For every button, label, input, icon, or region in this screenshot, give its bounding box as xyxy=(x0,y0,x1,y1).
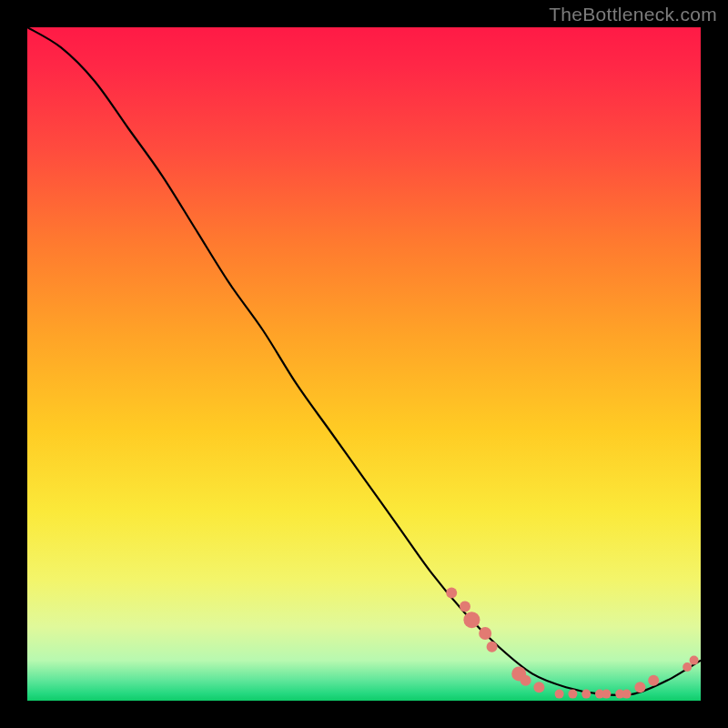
watermark-text: TheBottleneck.com xyxy=(549,4,717,25)
marker-point xyxy=(622,690,632,699)
marker-point xyxy=(568,690,577,699)
marker-point xyxy=(463,612,480,628)
marker-point xyxy=(446,588,457,599)
marker-group xyxy=(446,588,698,699)
marker-point xyxy=(682,662,692,672)
marker-point xyxy=(460,601,470,612)
marker-point xyxy=(533,682,544,693)
bottleneck-curve xyxy=(27,27,701,695)
marker-point xyxy=(602,690,611,699)
marker-point xyxy=(487,642,498,652)
marker-point xyxy=(521,675,531,686)
marker-point xyxy=(581,690,591,699)
marker-point xyxy=(690,656,699,665)
chart-container: TheBottleneck.com xyxy=(0,0,728,728)
plot-area xyxy=(27,27,701,701)
marker-point xyxy=(479,627,491,640)
curve-layer xyxy=(27,27,701,701)
marker-point xyxy=(634,682,645,693)
marker-point xyxy=(648,675,659,686)
marker-point xyxy=(555,690,564,699)
